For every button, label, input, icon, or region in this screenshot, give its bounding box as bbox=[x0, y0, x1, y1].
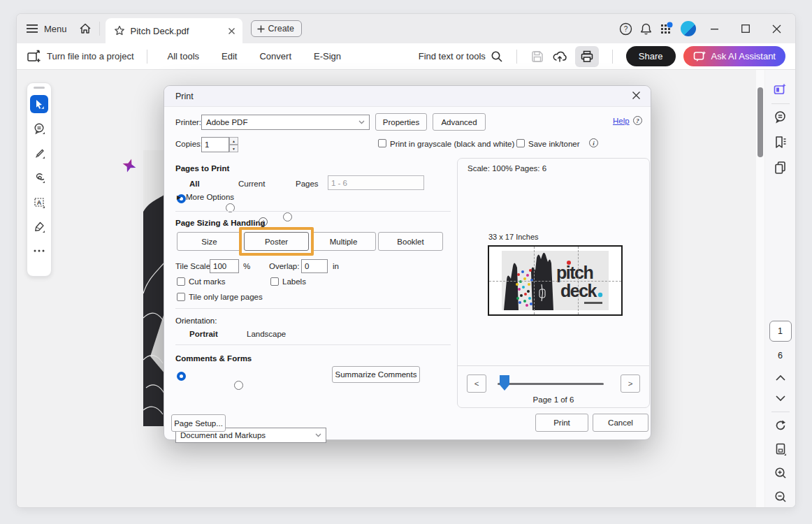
zoom-in-button[interactable] bbox=[770, 463, 791, 483]
page-slider-handle[interactable] bbox=[500, 375, 509, 391]
svg-text:?: ? bbox=[624, 25, 628, 33]
rotate-page-button[interactable] bbox=[770, 415, 791, 436]
titlebar-divider bbox=[99, 22, 100, 36]
apps-grid-icon bbox=[660, 22, 674, 36]
home-button[interactable] bbox=[78, 22, 92, 36]
nav-esign[interactable]: E-Sign bbox=[314, 51, 341, 61]
copies-input[interactable] bbox=[201, 137, 229, 152]
printer-select[interactable]: Adobe PDF bbox=[201, 115, 370, 130]
highlight-tool-button[interactable] bbox=[30, 144, 48, 162]
chevron-down-icon bbox=[776, 395, 785, 401]
page-sizing-info-icon[interactable]: i bbox=[259, 217, 268, 226]
find-tools-button[interactable]: Find text or tools bbox=[419, 50, 503, 63]
highlighter-icon bbox=[33, 147, 46, 160]
scrollbar-thumb[interactable] bbox=[757, 87, 763, 157]
copies-stepper[interactable]: ▲▼ bbox=[229, 137, 238, 152]
advanced-button[interactable]: Advanced bbox=[433, 113, 486, 131]
tile-scale-label: Tile Scale: bbox=[175, 262, 212, 270]
toolbar-divider-2 bbox=[516, 50, 517, 64]
rail-divider-1 bbox=[771, 103, 790, 104]
tool-panel-grip[interactable] bbox=[34, 87, 45, 89]
cut-marks-checkbox[interactable] bbox=[177, 277, 185, 286]
zoom-out-button[interactable] bbox=[770, 486, 791, 507]
save-ink-checkbox[interactable] bbox=[516, 139, 525, 147]
nav-edit[interactable]: Edit bbox=[222, 51, 237, 61]
chevron-up-icon bbox=[776, 375, 785, 381]
star-icon[interactable] bbox=[114, 25, 125, 36]
labels-checkbox[interactable] bbox=[270, 277, 279, 286]
save-icon bbox=[530, 50, 544, 64]
draw-tool-button[interactable] bbox=[30, 168, 48, 187]
notifications-button[interactable] bbox=[639, 22, 653, 36]
apps-grid-button[interactable] bbox=[660, 22, 674, 36]
previous-page-rail-button[interactable] bbox=[770, 367, 791, 388]
tab-pitch-deck[interactable]: Pitch Deck.pdf bbox=[106, 18, 242, 43]
fill-sign-tool-button[interactable] bbox=[30, 217, 48, 235]
tile-only-checkbox[interactable] bbox=[177, 293, 185, 301]
prev-page-button[interactable]: < bbox=[467, 374, 486, 393]
bookmarks-panel-button[interactable] bbox=[770, 132, 791, 153]
tab-close-icon[interactable] bbox=[228, 27, 235, 35]
comments-icon bbox=[773, 110, 788, 124]
select-tool-button[interactable] bbox=[30, 95, 48, 113]
help-info-icon[interactable]: ? bbox=[633, 116, 642, 125]
more-options-toggle[interactable]: More Options bbox=[186, 193, 234, 201]
grayscale-checkbox[interactable] bbox=[378, 139, 386, 147]
create-button[interactable]: Create bbox=[251, 20, 303, 37]
minimize-button[interactable] bbox=[703, 18, 727, 39]
titlebar-right: ? bbox=[619, 18, 795, 39]
separator-1 bbox=[175, 211, 451, 212]
pages-pages-radio[interactable] bbox=[283, 212, 292, 221]
page-range-input[interactable] bbox=[328, 175, 424, 190]
help-link[interactable]: Help bbox=[613, 117, 630, 125]
properties-button[interactable]: Properties bbox=[375, 113, 427, 131]
sizing-booklet-button[interactable]: Booklet bbox=[378, 232, 443, 251]
pages-to-print-heading: Pages to Print bbox=[175, 164, 229, 173]
sizing-multiple-button[interactable]: Multiple bbox=[311, 232, 376, 251]
grayscale-label: Print in grayscale (black and white) bbox=[390, 140, 514, 148]
add-text-tool-button[interactable]: A bbox=[30, 193, 48, 211]
summarize-comments-button[interactable]: Summarize Comments bbox=[332, 366, 420, 383]
comments-panel-button[interactable] bbox=[770, 107, 791, 128]
nav-all-tools[interactable]: All tools bbox=[168, 51, 200, 61]
next-page-button[interactable]: > bbox=[621, 374, 640, 393]
landscape-radio[interactable] bbox=[234, 381, 243, 390]
close-icon bbox=[632, 91, 641, 100]
sizing-poster-button[interactable]: Poster bbox=[244, 232, 309, 251]
ask-ai-assistant-button[interactable]: Ask AI Assistant bbox=[683, 46, 786, 66]
menu-button[interactable]: Menu bbox=[27, 24, 67, 34]
pages-panel-button[interactable] bbox=[770, 157, 791, 178]
page-setup-button[interactable]: Page Setup... bbox=[171, 414, 226, 432]
save-button[interactable] bbox=[530, 50, 544, 64]
print-dialog-close[interactable] bbox=[632, 91, 641, 100]
vertical-scrollbar[interactable] bbox=[756, 70, 764, 507]
copy-pages-icon bbox=[773, 160, 788, 175]
overlap-input[interactable] bbox=[301, 259, 328, 273]
comments-forms-heading: Comments & Forms bbox=[175, 354, 252, 363]
ai-assistant-panel-button[interactable] bbox=[770, 80, 791, 101]
tile-scale-input[interactable] bbox=[210, 259, 239, 273]
maximize-button[interactable] bbox=[734, 18, 757, 39]
turn-into-project-button[interactable]: Turn file into a project bbox=[27, 50, 134, 64]
cancel-button[interactable]: Cancel bbox=[593, 414, 648, 432]
nav-convert[interactable]: Convert bbox=[259, 51, 291, 61]
upload-cloud-button[interactable] bbox=[552, 50, 567, 64]
portrait-radio[interactable] bbox=[177, 372, 186, 381]
stepper-down-icon[interactable]: ▼ bbox=[229, 145, 238, 152]
help-button[interactable]: ? bbox=[619, 22, 632, 36]
print-button[interactable] bbox=[575, 46, 599, 67]
current-page-box[interactable]: 1 bbox=[769, 321, 792, 342]
save-ink-info-icon[interactable]: i bbox=[589, 138, 598, 147]
next-page-rail-button[interactable] bbox=[770, 388, 791, 409]
fit-page-button[interactable] bbox=[770, 439, 791, 460]
comment-tool-button[interactable] bbox=[30, 119, 48, 138]
share-button[interactable]: Share bbox=[626, 46, 676, 66]
current-page-value: 1 bbox=[778, 326, 783, 336]
more-tools-button[interactable] bbox=[30, 242, 48, 260]
close-button[interactable] bbox=[764, 18, 788, 39]
avatar[interactable] bbox=[681, 21, 696, 36]
sizing-size-button[interactable]: Size bbox=[177, 232, 242, 251]
page-slider-track[interactable] bbox=[498, 383, 604, 385]
stepper-up-icon[interactable]: ▲ bbox=[229, 137, 238, 145]
print-confirm-button[interactable]: Print bbox=[535, 414, 588, 432]
